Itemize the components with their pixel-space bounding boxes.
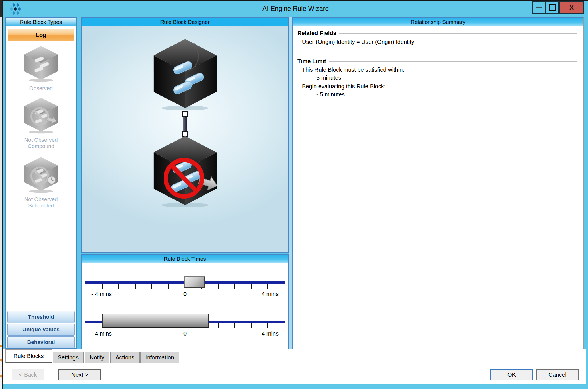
rule-type-observed-label: Observed: [15, 85, 67, 92]
time-limit-heading: Time Limit: [297, 58, 577, 65]
related-fields-heading: Related Fields: [297, 30, 577, 36]
close-button[interactable]: X: [559, 1, 584, 14]
rule-block-designer-panel: Rule Block Designer: [81, 17, 289, 253]
block-connector[interactable]: [182, 111, 188, 137]
title-bar[interactable]: AI Engine Rule Wizard: [3, 1, 588, 17]
evaluation-time-slider: - 4 mins 0 4 mins: [85, 272, 285, 306]
slider-max-label: 4 mins: [262, 330, 279, 337]
range-bar-handle[interactable]: [102, 314, 209, 328]
slider-zero-label: 0: [183, 291, 187, 297]
rule-type-not-observed-scheduled[interactable]: Not Observed Scheduled: [6, 156, 76, 209]
rule-block-types-panel: Rule Block Types Log Observed: [5, 17, 77, 349]
minimize-button[interactable]: [532, 1, 546, 14]
related-fields-value: User (Origin) Identity = User (Origin) I…: [302, 39, 577, 45]
connector-bar: [183, 117, 187, 132]
slider-labels: - 4 mins 0 4 mins: [85, 330, 285, 339]
slider-labels: - 4 mins 0 4 mins: [85, 291, 285, 299]
time-range-slider: - 4 mins 0 4 mins: [85, 312, 285, 346]
not-observed-scheduled-cube-icon: [19, 156, 62, 193]
begin-evaluating-label: Begin evaluating this Rule Block:: [302, 83, 577, 90]
wizard-tabs: Rule Blocks Settings Notify Actions Info…: [5, 349, 180, 363]
maximize-icon: [549, 4, 556, 11]
ok-button[interactable]: OK: [490, 369, 533, 380]
app-logo-icon: [9, 3, 22, 17]
back-button[interactable]: < Back: [12, 369, 44, 380]
tab-rule-blocks[interactable]: Rule Blocks: [5, 349, 52, 363]
rule-type-not-observed-scheduled-label: Not Observed Scheduled: [15, 196, 67, 209]
rule-block-times-panel: Rule Block Times - 4 mins 0 4 mins - 4 m…: [81, 254, 289, 353]
behavioral-category-button[interactable]: Behavioral: [7, 336, 75, 348]
unique-values-category-button[interactable]: Unique Values: [7, 324, 75, 336]
slider-zero-label: 0: [183, 330, 187, 337]
clock-icon: [48, 176, 56, 184]
window-title: AI Engine Rule Wizard: [262, 5, 329, 13]
rule-type-not-observed-compound[interactable]: Not Observed Compound: [6, 97, 76, 149]
log-category-button[interactable]: Log: [8, 29, 74, 41]
close-icon: X: [569, 4, 574, 12]
satisfied-within-value: 5 minutes: [316, 75, 577, 81]
slider-handle[interactable]: [184, 276, 205, 288]
begin-evaluating-value: - 5 minutes: [316, 91, 577, 98]
tab-settings[interactable]: Settings: [53, 352, 84, 363]
heading-rule-line: [329, 61, 577, 62]
threshold-category-button[interactable]: Threshold: [7, 311, 75, 323]
slider-min-label: - 4 mins: [91, 291, 112, 297]
next-button[interactable]: Next >: [58, 369, 101, 380]
log-not-observed-block-icon: [149, 134, 221, 207]
bottom-bar: Rule Blocks Settings Notify Actions Info…: [3, 349, 586, 384]
slider-max-label: 4 mins: [262, 291, 279, 297]
satisfied-within-label: This Rule Block must be satisfied within…: [302, 67, 577, 73]
window-left-border: [2, 0, 3, 389]
relationship-summary-body: Related Fields User (Origin) Identity = …: [293, 26, 583, 98]
relationship-summary-panel: Relationship Summary Related Fields User…: [292, 17, 584, 349]
rule-block-times-header: Rule Block Times: [82, 255, 288, 263]
rule-type-not-observed-compound-label: Not Observed Compound: [15, 137, 67, 149]
rule-block-types-header: Rule Block Types: [6, 18, 76, 27]
log-observed-block[interactable]: [149, 37, 221, 112]
panel-splitter[interactable]: [289, 17, 292, 353]
observed-cube-icon: [19, 45, 62, 82]
tab-information[interactable]: Information: [140, 352, 179, 363]
minimize-icon: [536, 7, 542, 8]
rule-type-observed[interactable]: Observed: [6, 45, 76, 92]
tab-actions[interactable]: Actions: [110, 352, 140, 363]
ai-engine-rule-wizard-window: { "window": { "title": "AI Engine Rule W…: [0, 0, 588, 389]
window-controls: X: [532, 1, 584, 14]
rule-block-times-body: - 4 mins 0 4 mins - 4 mins 0 4 mins: [82, 263, 288, 353]
tab-notify[interactable]: Notify: [85, 352, 109, 363]
cancel-button[interactable]: Cancel: [536, 369, 579, 380]
log-not-observed-block[interactable]: [149, 134, 221, 209]
connector-top-handle[interactable]: [182, 111, 188, 117]
relationship-summary-header: Relationship Summary: [293, 18, 583, 26]
designer-canvas[interactable]: [82, 26, 288, 252]
rule-block-designer-header: Rule Block Designer: [82, 18, 288, 26]
log-observed-block-icon: [149, 37, 221, 110]
not-observed-compound-cube-icon: [19, 97, 62, 134]
background-window-edge: [0, 0, 2, 389]
maximize-button[interactable]: [546, 1, 559, 14]
slider-min-label: - 4 mins: [91, 330, 112, 337]
heading-rule-line: [339, 33, 577, 34]
